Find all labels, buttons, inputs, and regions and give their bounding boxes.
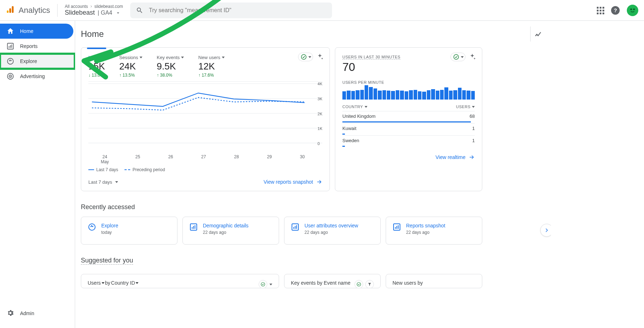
suggested-card-3[interactable]: New users by (386, 274, 482, 288)
check-icon[interactable] (355, 280, 363, 288)
main-content: Home Users 15K ↓ 13.0% Sessio (75, 21, 551, 328)
realtime-row: United Kingdom68 (342, 111, 475, 123)
sidebar-item-explore[interactable]: Explore (0, 54, 75, 69)
metric-change: ↓ 13.0% (88, 73, 105, 78)
svg-rect-27 (293, 227, 294, 229)
svg-rect-8 (10, 45, 11, 48)
overview-card: Users 15K ↓ 13.0% Sessions 24K ↑ 13.5% K… (81, 47, 330, 191)
search-box[interactable] (130, 3, 332, 18)
header-actions: ? (597, 5, 638, 16)
card-status-chip[interactable] (298, 53, 313, 61)
svg-rect-7 (9, 46, 9, 48)
analytics-logo-icon (6, 5, 14, 15)
property-selector[interactable]: All accounts slidebeast.com Slidebeast |… (58, 4, 123, 16)
breadcrumb-domain: slidebeast.com (94, 4, 123, 9)
sidebar-item-reports[interactable]: Reports (0, 39, 73, 54)
bar-chart-icon (189, 223, 198, 231)
users-header[interactable]: USERS (456, 105, 475, 109)
country-header[interactable]: COUNTRY (342, 105, 367, 109)
metric-value: 15K (88, 61, 105, 72)
sidebar-item-admin[interactable]: Admin (0, 306, 75, 321)
search-input[interactable] (149, 7, 326, 14)
svg-rect-25 (195, 225, 195, 229)
bar-chart-icon (6, 42, 14, 50)
suggested-card-2[interactable]: Key events by Event name (284, 274, 381, 288)
suggested-card-title: New users by (392, 280, 423, 286)
filter-icon[interactable] (365, 280, 374, 288)
legend-previous: Preceding period (132, 167, 165, 172)
user-avatar[interactable] (627, 5, 638, 16)
metric-sessions[interactable]: Sessions 24K ↑ 13.5% (119, 55, 142, 78)
metric-users[interactable]: Users 15K ↓ 13.0% (88, 55, 105, 78)
sidebar-item-home[interactable]: Home (0, 24, 73, 39)
metric-value: 12K (198, 61, 224, 72)
recent-card-title: Reports snapshot (406, 223, 445, 228)
legend-current: Last 7 days (96, 167, 118, 172)
svg-rect-32 (396, 226, 397, 229)
sidebar-item-advertising[interactable]: Advertising (0, 69, 73, 84)
realtime-header-label: USERS IN LAST 30 MINUTES (342, 55, 400, 59)
recent-card-title: User attributes overview (304, 223, 358, 228)
product-logo-block[interactable]: Analytics (6, 4, 58, 17)
metric-new-users[interactable]: New users 12K ↑ 17.6% (198, 55, 224, 78)
svg-rect-24 (193, 226, 194, 229)
date-range-picker[interactable]: Last 7 days (88, 179, 118, 185)
bar-chart-icon (392, 223, 401, 231)
chart-x-axis: 24May252627282930 (88, 153, 322, 164)
recently-accessed-title: Recently accessed (81, 203, 551, 211)
property-name: Slidebeast (65, 9, 95, 16)
metric-label: New users (198, 55, 220, 60)
svg-rect-1 (9, 8, 11, 13)
suggested-card-1[interactable]: Users by Country ID (81, 274, 279, 288)
check-icon[interactable] (259, 280, 267, 288)
realtime-value: 70 (342, 61, 475, 74)
svg-point-10 (8, 58, 14, 64)
app-header: Analytics All accounts slidebeast.com Sl… (0, 0, 644, 21)
sparkle-icon[interactable] (468, 53, 476, 61)
svg-point-35 (357, 283, 361, 286)
recent-card[interactable]: Exploretoday (81, 217, 177, 245)
metric-value: 9.5K (157, 61, 184, 72)
svg-point-3 (629, 6, 636, 14)
nav-list: Home Reports Explore Advertising (0, 21, 75, 84)
card-status-chip[interactable] (450, 53, 465, 61)
recent-card[interactable]: Reports snapshot22 days ago (386, 217, 482, 245)
svg-rect-9 (11, 44, 12, 48)
svg-point-13 (10, 76, 11, 77)
metric-label: Sessions (119, 55, 138, 60)
breadcrumb-all: All accounts (65, 4, 88, 9)
metric-label: Users (88, 55, 101, 60)
svg-point-5 (633, 8, 635, 10)
per-minute-label: USERS PER MINUTE (342, 80, 384, 85)
suggested-title: Suggested for you (81, 257, 133, 265)
recent-card-time: 22 days ago (406, 230, 445, 235)
home-icon (6, 27, 14, 35)
svg-rect-33 (398, 225, 399, 229)
chart-legend: Last 7 days Preceding period (88, 167, 322, 172)
help-icon[interactable]: ? (611, 6, 620, 15)
svg-point-14 (301, 54, 306, 59)
realtime-row: Sweden1 (342, 135, 475, 148)
bar-chart-icon (291, 223, 299, 231)
search-icon (136, 6, 143, 14)
insights-button[interactable] (530, 26, 545, 42)
metric-key-events[interactable]: Key events 9.5K ↑ 38.0% (157, 55, 184, 78)
scroll-right-button[interactable] (540, 224, 551, 237)
metric-change: ↑ 38.0% (157, 73, 184, 78)
view-realtime-link[interactable]: View realtime (435, 154, 475, 160)
recent-card-title: Explore (101, 223, 118, 228)
svg-rect-23 (192, 227, 192, 229)
metric-value: 24K (119, 61, 142, 72)
svg-point-21 (89, 224, 95, 230)
admin-label: Admin (20, 310, 34, 316)
sparkle-icon[interactable] (316, 53, 324, 61)
view-reports-link[interactable]: View reports snapshot (264, 179, 322, 185)
metric-label: Key events (157, 55, 180, 60)
overview-chart: 4K3K2K1K0 (88, 81, 322, 153)
metric-change: ↑ 17.6% (198, 73, 224, 78)
apps-icon[interactable] (597, 7, 604, 14)
recent-card[interactable]: User attributes overview22 days ago (284, 217, 381, 245)
recent-card-title: Demographic details (203, 223, 249, 228)
recent-card[interactable]: Demographic details22 days ago (182, 217, 279, 245)
svg-point-20 (454, 54, 459, 59)
